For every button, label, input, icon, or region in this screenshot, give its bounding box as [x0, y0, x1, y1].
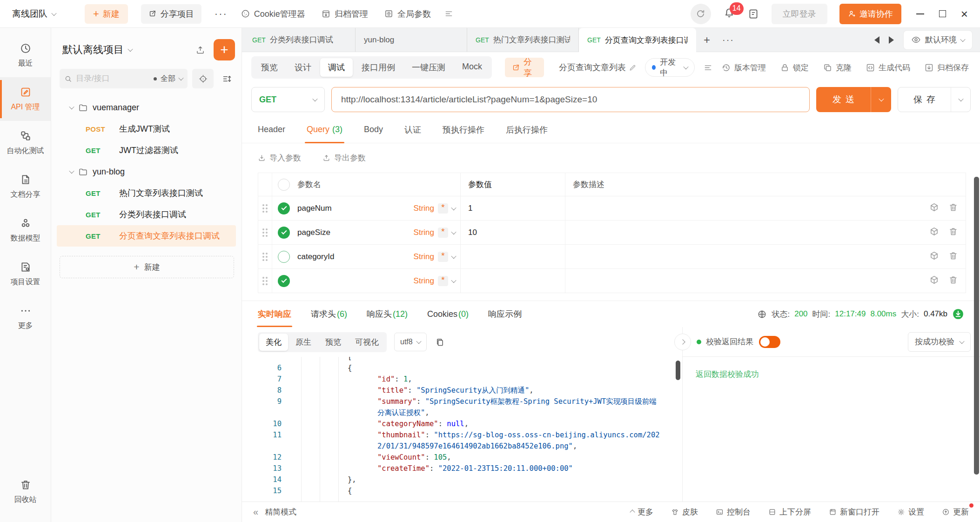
chevron-down-icon[interactable]: [451, 205, 456, 210]
view-mode-tab[interactable]: 预览: [319, 334, 348, 351]
tab-scroll-right-icon[interactable]: [889, 36, 894, 44]
send-button[interactable]: 发送: [816, 87, 891, 112]
chevron-down-icon[interactable]: [451, 277, 456, 282]
response-tab[interactable]: 请求头(6): [311, 301, 347, 327]
download-response-icon[interactable]: [952, 308, 964, 320]
tree-folder[interactable]: yun-blog: [51, 161, 242, 182]
delete-row-button[interactable]: [948, 227, 958, 238]
drag-handle[interactable]: [258, 245, 272, 268]
tree-api-item[interactable]: GET分类列表接口调试: [51, 204, 242, 225]
edit-pencil-icon[interactable]: [629, 64, 637, 72]
tree-api-item[interactable]: POST生成JWT测试: [51, 118, 242, 140]
toolbar-action[interactable]: 版本管理: [721, 62, 766, 73]
param-name-input[interactable]: pageSize: [297, 228, 406, 237]
document-tab[interactable]: GET热门文章列表接口测试: [467, 28, 579, 52]
new-api-button[interactable]: + 新建: [60, 256, 234, 278]
tab-scroll-left-icon[interactable]: [874, 36, 879, 44]
bottombar-item[interactable]: 更新: [942, 507, 969, 517]
status-selector[interactable]: 开发中: [645, 58, 695, 77]
param-enabled-checkbox[interactable]: [278, 202, 290, 214]
import-export-icon[interactable]: [195, 45, 205, 55]
param-enabled-checkbox[interactable]: [278, 251, 290, 263]
collapse-panel-button[interactable]: [674, 334, 691, 350]
chevron-down-icon[interactable]: [451, 253, 456, 258]
display-settings-button[interactable]: [218, 69, 235, 88]
tree-api-item[interactable]: GET分页查询文章列表接口调试: [57, 225, 236, 247]
encoding-selector[interactable]: utf8: [394, 333, 427, 351]
environment-selector[interactable]: 默认环境: [903, 30, 973, 50]
select-all-checkbox[interactable]: [278, 179, 290, 191]
sidebar-item[interactable]: API 管理: [0, 77, 51, 121]
delete-row-button[interactable]: [948, 275, 958, 287]
share-project-button[interactable]: 分享项目: [141, 4, 201, 24]
bottombar-item[interactable]: 新窗口打开: [829, 507, 879, 517]
param-desc-input[interactable]: [565, 269, 966, 293]
toolbar-action[interactable]: 锁定: [780, 62, 809, 73]
sync-button[interactable]: [691, 4, 711, 24]
param-enabled-checkbox[interactable]: [278, 227, 290, 239]
drag-handle[interactable]: [258, 196, 272, 220]
method-selector[interactable]: GET: [251, 87, 325, 112]
editor-scrollbar[interactable]: [676, 361, 680, 380]
param-desc-input[interactable]: [565, 221, 966, 244]
view-mode-tab[interactable]: 美化: [259, 334, 288, 351]
param-value-input[interactable]: [461, 245, 565, 268]
status-list-icon[interactable]: [703, 63, 713, 73]
param-enabled-checkbox[interactable]: [278, 275, 290, 287]
response-code-editor[interactable]: [ 6 { 7 "id": 1, 8 "title": "SpringSecur…: [242, 357, 682, 502]
invite-button[interactable]: 邀请协作: [839, 4, 901, 24]
toolbar-action[interactable]: 归档保存: [924, 62, 969, 73]
project-switcher[interactable]: 默认离线项目: [62, 43, 132, 57]
sidebar-item[interactable]: 更多: [0, 296, 51, 340]
magic-value-button[interactable]: [929, 202, 939, 214]
validate-toggle[interactable]: [759, 336, 780, 348]
menu-list-icon[interactable]: [444, 9, 454, 19]
new-tab-button[interactable]: +: [696, 28, 718, 52]
tree-api-item[interactable]: GETJWT过滤器测试: [51, 140, 242, 161]
param-type[interactable]: String: [414, 204, 434, 213]
tab-more-button[interactable]: ···: [718, 28, 739, 52]
request-tab[interactable]: Query(3): [307, 116, 342, 143]
new-button[interactable]: + 新建: [85, 4, 128, 24]
sidebar-item-trash[interactable]: 回收站: [0, 470, 51, 514]
share-button[interactable]: 分享: [505, 58, 544, 77]
request-tab[interactable]: Body: [364, 116, 383, 143]
sidebar-item[interactable]: 数据模型: [0, 208, 51, 252]
param-value-input[interactable]: 1: [461, 196, 565, 220]
response-tab[interactable]: 响应头(12): [367, 301, 408, 327]
import-params-button[interactable]: 导入参数: [258, 153, 301, 163]
chevron-down-icon[interactable]: [178, 75, 183, 80]
chevron-down-icon[interactable]: [451, 229, 456, 234]
search-box[interactable]: 全部: [60, 69, 188, 88]
param-desc-input[interactable]: [565, 245, 966, 268]
request-tab[interactable]: 预执行操作: [443, 116, 484, 143]
window-maximize-button[interactable]: [939, 10, 946, 17]
tree-api-item[interactable]: GET热门文章列表接口测试: [51, 182, 242, 204]
locate-button[interactable]: [192, 69, 214, 88]
document-tab[interactable]: GET分类列表接口调试: [244, 28, 356, 52]
param-type[interactable]: String: [414, 252, 434, 261]
response-tab[interactable]: 实时响应: [258, 301, 291, 327]
copy-icon[interactable]: [435, 337, 445, 347]
view-mode-tab[interactable]: 可视化: [349, 334, 385, 351]
request-tab[interactable]: Header: [258, 116, 285, 143]
param-name-input[interactable]: pageNum: [297, 204, 406, 213]
document-tab[interactable]: yun-blog: [356, 28, 467, 52]
mode-tab[interactable]: Mock: [454, 58, 490, 77]
drag-handle[interactable]: [258, 221, 272, 244]
request-tab[interactable]: 后执行操作: [506, 116, 548, 143]
bottombar-item[interactable]: 设置: [897, 507, 924, 517]
topbar-menu-item[interactable]: 归档管理: [321, 8, 368, 20]
notifications-button[interactable]: 14: [723, 7, 735, 21]
bottombar-item[interactable]: 更多: [631, 507, 653, 517]
magic-value-button[interactable]: [929, 275, 939, 287]
compact-mode-button[interactable]: « 精简模式: [253, 507, 296, 517]
delete-row-button[interactable]: [948, 202, 958, 214]
mode-tab[interactable]: 预览: [253, 58, 286, 77]
bottombar-item[interactable]: 皮肤: [671, 507, 698, 517]
more-menu-button[interactable]: ···: [215, 8, 228, 20]
view-mode-tab[interactable]: 原生: [289, 334, 318, 351]
login-button[interactable]: 立即登录: [772, 4, 827, 24]
tree-folder[interactable]: vuemanager: [51, 97, 242, 118]
param-type[interactable]: String: [414, 228, 434, 237]
